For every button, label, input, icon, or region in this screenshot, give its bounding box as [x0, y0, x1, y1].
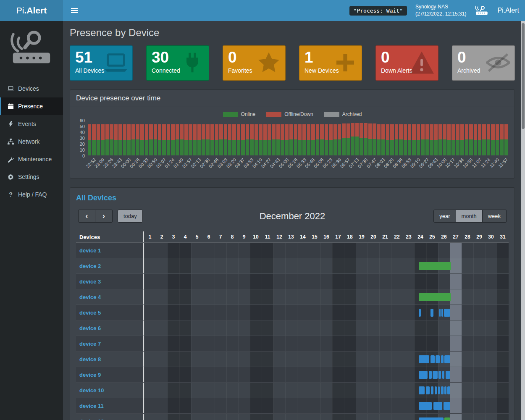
chart-bar	[482, 124, 486, 155]
y-tick-label: 50	[80, 124, 85, 129]
x-tick-label: 07:30	[357, 157, 368, 169]
view-button-month[interactable]: month	[456, 210, 483, 223]
presence-bar[interactable]	[444, 355, 450, 363]
presence-bar[interactable]	[433, 402, 442, 410]
chart-bar	[272, 124, 275, 155]
x-tick-label: 10:00	[436, 157, 447, 169]
presence-bar[interactable]	[430, 355, 435, 363]
device-link[interactable]: device 11	[79, 403, 104, 409]
presence-bar[interactable]	[436, 355, 440, 363]
sidebar-item-settings[interactable]: Settings	[0, 168, 63, 186]
view-button-week[interactable]: week	[483, 210, 507, 223]
sidebar-item-presence[interactable]: Presence	[0, 97, 63, 115]
weekend-shade	[168, 367, 179, 382]
online-segment	[158, 140, 161, 155]
online-segment	[281, 140, 284, 155]
device-link[interactable]: device 8	[79, 356, 101, 362]
presence-bar[interactable]	[419, 309, 421, 317]
offline-segment	[180, 124, 183, 139]
chart-bar	[127, 124, 131, 155]
offline-segment	[316, 124, 319, 139]
day-header: 7	[215, 231, 226, 242]
sidebar-toggle-button[interactable]	[69, 5, 79, 16]
offline-segment	[189, 124, 192, 140]
online-segment	[206, 139, 210, 155]
presence-bar[interactable]	[447, 386, 451, 394]
legend-label: Online	[241, 111, 256, 117]
chart-bar	[176, 124, 179, 155]
offline-segment	[500, 124, 503, 139]
x-tick-label: 06:06	[313, 157, 325, 169]
device-link[interactable]: device 7	[79, 341, 101, 347]
presence-bar[interactable]	[442, 371, 445, 379]
presence-bar[interactable]	[430, 309, 433, 317]
device-link[interactable]: device 12	[79, 418, 104, 420]
device-link[interactable]: device 1	[79, 247, 101, 254]
card-connected[interactable]: 30Connected	[146, 45, 209, 81]
device-link[interactable]: device 9	[79, 372, 101, 378]
device-name-cell: device 4	[76, 289, 143, 304]
presence-bar[interactable]	[419, 293, 451, 301]
presence-bar[interactable]	[444, 309, 450, 317]
card-favorites[interactable]: 0Favorites	[223, 45, 286, 81]
weekend-shade	[332, 320, 344, 336]
sidebar-item-help-faq[interactable]: ?Help / FAQ	[0, 186, 63, 203]
presence-bar[interactable]	[444, 417, 450, 420]
sidebar-item-events[interactable]: Events	[0, 115, 63, 133]
device-link[interactable]: device 2	[79, 263, 101, 269]
presence-bar[interactable]	[429, 371, 432, 379]
weekend-shade	[497, 305, 509, 320]
device-link[interactable]: device 3	[79, 278, 101, 285]
presence-bar[interactable]	[438, 386, 440, 394]
device-link[interactable]: device 10	[79, 387, 104, 394]
device-row: device 5	[76, 305, 509, 320]
scrollbar-thumb[interactable]	[522, 23, 525, 129]
device-link[interactable]: device 5	[79, 310, 101, 316]
presence-bar[interactable]	[426, 386, 430, 394]
presence-bar[interactable]	[419, 262, 451, 270]
view-button-year[interactable]: year	[433, 210, 456, 223]
navbar-brand-right: Pi.Alert	[497, 7, 519, 14]
presence-bar[interactable]	[419, 417, 444, 420]
presence-bar[interactable]	[441, 309, 443, 317]
offline-segment	[381, 124, 385, 139]
presence-bar[interactable]	[435, 386, 437, 394]
sidebar-item-maintenance[interactable]: Maintenance	[0, 150, 63, 168]
chart-bar	[92, 124, 95, 155]
presence-bar[interactable]	[444, 386, 446, 394]
presence-bar[interactable]	[419, 371, 428, 379]
device-link[interactable]: device 4	[79, 294, 101, 300]
presence-bar[interactable]	[431, 386, 433, 394]
device-link[interactable]: device 6	[79, 325, 101, 331]
brand-logo[interactable]: Pi.Alert	[0, 0, 63, 21]
day-header: 12	[273, 231, 285, 242]
presence-bar[interactable]	[438, 371, 441, 379]
page-scrollbar[interactable]	[521, 21, 525, 420]
presence-bar[interactable]	[433, 371, 437, 379]
sidebar-item-network[interactable]: Network	[0, 133, 63, 150]
presence-bar[interactable]	[441, 355, 444, 363]
card-all-devices[interactable]: 51All Devices	[70, 45, 133, 81]
day-header: 27	[450, 231, 462, 242]
presence-bar[interactable]	[419, 402, 432, 410]
device-name-cell: device 3	[76, 274, 143, 289]
chart-bar	[110, 124, 113, 155]
chart-bar	[263, 124, 267, 155]
offline-segment	[268, 124, 271, 140]
presence-bar[interactable]	[444, 402, 451, 410]
offline-segment	[210, 124, 214, 140]
presence-bar[interactable]	[441, 386, 444, 394]
presence-bar[interactable]	[419, 386, 425, 394]
presence-bar[interactable]	[419, 355, 429, 363]
offline-segment	[110, 124, 113, 139]
card-down-alerts[interactable]: 0Down Alerts	[375, 45, 438, 81]
card-new-devices[interactable]: 1New Devices	[299, 45, 362, 81]
sidebar-item-devices[interactable]: Devices	[0, 80, 63, 97]
presence-bar[interactable]	[446, 371, 450, 379]
x-tick-label: 23:26	[102, 157, 114, 169]
chart-bar	[224, 124, 227, 155]
router-icon	[475, 5, 489, 16]
x-tick-label: 02:46	[207, 157, 219, 169]
card-archived[interactable]: 0Archived	[452, 45, 515, 81]
presence-bar[interactable]	[439, 309, 441, 317]
